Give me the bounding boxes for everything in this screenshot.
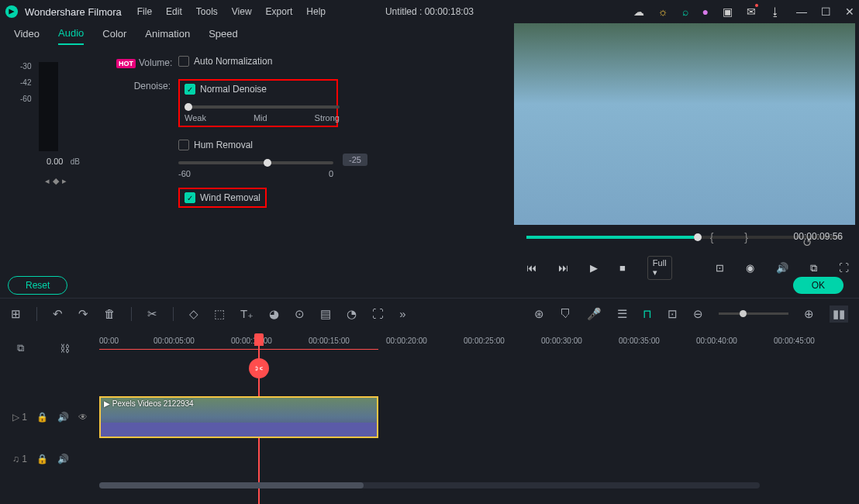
mixer-icon[interactable]: ☰ [617,307,627,321]
effect-icon[interactable]: ⊛ [534,307,544,321]
ruler-tick: 00:00:05:00 [154,337,195,345]
reset-button[interactable]: Reset [8,276,67,295]
tab-color[interactable]: Color [102,28,126,44]
step-fwd-icon[interactable]: ⏭ [558,262,568,274]
fit-icon[interactable]: ▮▮ [830,306,848,323]
video-clip[interactable]: ▶ Pexels Videos 2122934 [99,396,378,438]
fullscreen-icon[interactable]: ⛶ [839,262,849,274]
lock-icon[interactable]: 🔒 [36,412,48,423]
menu-view[interactable]: View [232,6,252,17]
speed-icon[interactable]: ◕ [269,307,279,321]
tab-video[interactable]: Video [14,28,40,44]
preview-viewport[interactable] [514,23,855,225]
menu-export[interactable]: Export [266,6,293,17]
label-mid: Mid [254,113,267,123]
color-icon[interactable]: ● [702,5,709,18]
zoom-slider[interactable] [719,312,788,315]
prev-keyframe-icon[interactable]: ◂ [45,176,53,185]
denoise-label: Denoise: [116,79,178,91]
cut-icon[interactable]: ✂ [147,307,157,321]
hot-badge: HOT [116,59,136,68]
lock-icon[interactable]: 🔒 [36,454,48,464]
text-icon[interactable]: T₊ [240,307,254,321]
snapshot-icon[interactable]: ◉ [746,262,754,274]
zoom-in-icon[interactable]: ⊕ [804,307,814,321]
hum-slider[interactable] [178,161,333,164]
ruler-tick: 00:00:35:00 [619,337,660,345]
next-keyframe-icon[interactable]: ▸ [62,176,70,185]
tag-icon[interactable]: ◇ [189,307,198,321]
video-track-header: ▷ 1 🔒 🔊 👁 [0,412,99,423]
delete-icon[interactable]: 🗑 [104,307,116,320]
audio-track: ♫ 1 🔒 🔊 [0,440,859,478]
tab-speed[interactable]: Speed [209,28,238,44]
video-track: ▷ 1 🔒 🔊 👁 ▶ Pexels Videos 2122934 [0,394,859,440]
checkbox-icon: ✓ [185,192,195,203]
save-icon[interactable]: ▣ [723,5,733,18]
close-icon[interactable]: ✕ [845,5,854,18]
quality-dropdown[interactable]: Full ▾ [647,256,672,280]
menu-edit[interactable]: Edit [166,6,182,17]
cloud-icon[interactable]: ☁ [633,5,644,18]
tab-animation[interactable]: Animation [145,28,190,44]
timeline: ⧉ ⛓ 00:00 00:00:05:00 00:00:10:00 00:00:… [0,329,859,488]
playhead[interactable]: ✂ [254,333,269,378]
video-track-label: ▷ 1 [12,412,27,423]
menu-tools[interactable]: Tools [196,6,218,17]
keyframe-icon[interactable]: ◔ [347,307,357,321]
maximize-icon[interactable]: ☐ [821,5,831,18]
marker-icon[interactable]: ⊡ [668,307,678,321]
wind-removal-checkbox[interactable]: ✓ Wind Removal [185,192,260,203]
timeline-scrollbar[interactable] [99,482,760,488]
play-icon[interactable]: ▶ [590,262,598,274]
mail-icon[interactable]: ✉ [747,5,756,18]
document-title: Untitled : 00:00:18:03 [385,6,474,17]
greenscreen-icon[interactable]: ▤ [320,307,331,321]
redo-icon[interactable]: ↷ [78,307,88,321]
audio-track-header: ♫ 1 🔒 🔊 [0,454,99,464]
download-icon[interactable]: ⭳ [770,5,781,18]
menu-file[interactable]: File [137,6,152,17]
timeline-header: ⧉ ⛓ 00:00 00:00:05:00 00:00:10:00 00:00:… [0,329,859,368]
chain-icon[interactable]: ⛓ [60,343,70,354]
bulb-icon[interactable]: ☼ [658,5,668,18]
quality-label: Full [653,258,667,268]
crop-icon[interactable]: ⬚ [214,307,225,321]
wind-removal-label: Wind Removal [200,192,260,203]
mute-icon[interactable]: 🔊 [57,412,69,423]
audio-icon[interactable]: 🔊 [776,262,788,274]
meter-unit: dB [71,157,80,166]
checkbox-icon [178,140,189,150]
expand-icon[interactable]: ⛶ [372,307,384,320]
more-icon[interactable]: » [399,307,405,320]
meter-ticks: -30 -42 -60 [20,62,31,111]
ruler-active-range [99,349,378,350]
pip-icon[interactable]: ⧉ [810,262,817,274]
volume-label: Volume: [139,57,172,68]
zoom-out-icon[interactable]: ⊖ [693,307,703,321]
color-icon[interactable]: ⊙ [295,307,305,321]
clip-audio-waveform [101,423,377,437]
denoise-slider[interactable] [185,105,340,109]
grid-icon[interactable]: ⊞ [11,307,21,321]
denoise-slider-labels: Weak Mid Strong [185,113,340,123]
tab-audio[interactable]: Audio [58,27,84,45]
magnet-icon[interactable]: ⊓ [643,307,652,321]
stop-icon[interactable]: ■ [619,262,626,274]
markers-icon[interactable]: { } [710,231,762,243]
minimize-icon[interactable]: ― [796,5,807,18]
headset-icon[interactable]: ⌕ [682,5,688,18]
normal-denoise-group: ✓ Normal Denoise Weak Mid Strong [178,79,338,127]
mic-icon[interactable]: 🎤 [587,307,602,321]
link-icon[interactable]: ⧉ [17,342,24,354]
add-keyframe-icon[interactable]: ◆ [53,176,62,185]
mute-icon[interactable]: 🔊 [57,454,69,464]
normal-denoise-checkbox[interactable]: ✓ Normal Denoise [185,84,332,95]
undo-icon[interactable]: ↶ [53,307,63,321]
visible-icon[interactable]: 👁 [78,412,88,423]
menu-help[interactable]: Help [306,6,326,17]
ruler-tick: 00:00:25:00 [464,337,505,345]
display-icon[interactable]: ⊡ [716,262,724,274]
step-back-icon[interactable]: ⏮ [526,262,536,274]
shield-icon[interactable]: ⛉ [560,307,571,320]
